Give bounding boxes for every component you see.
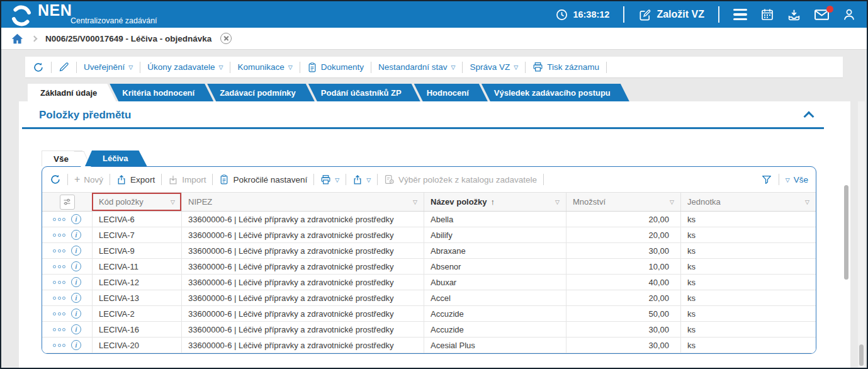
row-menu-icon[interactable] [53, 328, 65, 331]
row-name: Accel [424, 290, 566, 305]
dropdown-arrow-icon: ▽ [451, 65, 456, 71]
printer-icon [320, 174, 331, 185]
tab-hodnoceni[interactable]: Hodnocení [414, 84, 488, 101]
row-info-icon[interactable]: i [71, 293, 81, 303]
row-menu-icon[interactable] [53, 265, 65, 268]
menu-icon[interactable] [733, 9, 747, 20]
export-button[interactable]: Export [116, 174, 155, 185]
create-vz-button[interactable]: Založit VZ [638, 8, 704, 21]
row-menu-icon[interactable] [53, 249, 65, 253]
new-item-button[interactable]: + Nový [74, 174, 103, 184]
chevron-right-icon [31, 35, 38, 42]
close-tab-icon[interactable] [220, 33, 232, 44]
dropdown-arrow-icon[interactable]: ▽ [805, 200, 809, 205]
tab-kriteria-hodnoceni[interactable]: Kritéria hodnocení [110, 84, 213, 101]
row-name: Abella [424, 212, 566, 227]
tab-podani-ucastniku[interactable]: Podání účastníků ZP [308, 84, 420, 101]
print-table-button[interactable]: ▽ [320, 174, 339, 185]
home-icon[interactable] [11, 33, 23, 44]
page-scrollbar[interactable] [858, 101, 865, 368]
table-body: i LECIVA-6 33600000-6 | Léčivé přípravky… [42, 212, 816, 353]
dropdown-arrow-icon: ▽ [335, 178, 339, 183]
row-info-icon[interactable]: i [71, 309, 81, 319]
row-nipez: 33600000-6 | Léčivé přípravky a zdravotn… [181, 338, 424, 353]
dropdown-arrow-icon[interactable]: ▽ [413, 200, 417, 205]
column-header-unit[interactable]: Jednotka ▽ [680, 193, 816, 211]
row-qty: 40,00 [566, 275, 680, 290]
page-scrollbar-thumb[interactable] [859, 344, 864, 366]
share-table-button[interactable]: ▽ [352, 174, 371, 185]
dropdown-arrow-icon[interactable]: ▽ [670, 200, 674, 205]
table-row[interactable]: i LECIVA-16 33600000-6 | Léčivé přípravk… [42, 322, 816, 338]
table-refresh-button[interactable] [50, 174, 61, 185]
row-menu-icon[interactable] [53, 218, 65, 221]
column-header-code[interactable]: Kód položky ▽ [92, 193, 181, 211]
table-scrollbar-thumb[interactable] [844, 185, 848, 280]
main-tabs: Základní údaje Kritéria hodnocení Zadáva… [28, 84, 629, 101]
collapse-section-icon[interactable] [804, 111, 814, 122]
row-info-icon[interactable]: i [71, 246, 81, 256]
table-row[interactable]: i LECIVA-13 33600000-6 | Léčivé přípravk… [42, 290, 816, 306]
row-info-icon[interactable]: i [71, 340, 81, 350]
row-info-icon[interactable]: i [71, 324, 81, 334]
row-menu-icon[interactable] [53, 344, 65, 347]
menu-sprava-vz[interactable]: Správa VZ▽ [470, 62, 518, 72]
row-qty: 10,00 [566, 259, 680, 274]
menu-komunikace[interactable]: Komunikace▽ [237, 62, 292, 72]
row-menu-icon[interactable] [53, 297, 65, 300]
row-code: LECIVA-9 [92, 243, 181, 258]
row-info-icon[interactable]: i [71, 261, 81, 271]
dropdown-arrow-icon[interactable]: ▽ [171, 200, 175, 205]
header-separator [623, 6, 624, 23]
table-row[interactable]: i LECIVA-9 33600000-6 | Léčivé přípravky… [42, 243, 816, 259]
view-selector[interactable]: ▽ Vše [786, 175, 808, 184]
column-header-qty[interactable]: Množství ▽ [566, 193, 680, 211]
row-unit: ks [680, 290, 816, 305]
menu-nestandardni-stav[interactable]: Nestandardní stav▽ [378, 62, 455, 72]
row-actions: i [42, 275, 92, 290]
dropdown-arrow-icon[interactable]: ▽ [555, 200, 560, 205]
breadcrumb-item[interactable]: N006/25/V00017649 - Léčiva - objednávka [45, 34, 211, 43]
user-icon[interactable] [843, 8, 855, 21]
row-nipez: 33600000-6 | Léčivé přípravky a zdravotn… [181, 227, 424, 242]
refresh-button[interactable] [33, 62, 44, 73]
advanced-settings-button[interactable]: Pokročilé nastavení [219, 174, 307, 185]
tab-zadavaci-podminky[interactable]: Zadávací podmínky [207, 84, 315, 101]
tab-vysledek[interactable]: Výsledek zadávacího postupu [482, 84, 629, 101]
filter-button[interactable] [761, 174, 772, 185]
table-row[interactable]: i LECIVA-11 33600000-6 | Léčivé přípravk… [42, 259, 816, 275]
messages-icon[interactable] [814, 9, 829, 20]
row-info-icon[interactable]: i [71, 277, 81, 287]
calendar-icon[interactable] [761, 8, 774, 21]
print-record-button[interactable]: Tisk záznamu [533, 62, 599, 72]
table-row[interactable]: i LECIVA-7 33600000-6 | Léčivé přípravky… [42, 227, 816, 243]
tab-zakladni-udaje[interactable]: Základní údaje [28, 84, 116, 101]
menu-uverejneni[interactable]: Uveřejnění▽ [84, 62, 133, 72]
column-header-name[interactable]: Název položky ↑ ▽ [424, 193, 566, 211]
menu-dokumenty[interactable]: Dokumenty [307, 62, 364, 73]
table-row[interactable]: i LECIVA-12 33600000-6 | Léčivé přípravk… [42, 275, 816, 290]
inbox-download-icon[interactable] [787, 8, 801, 21]
edit-record-button[interactable] [59, 62, 69, 72]
table-row[interactable]: i LECIVA-20 33600000-6 | Léčivé přípravk… [42, 338, 816, 353]
section-divider [22, 127, 824, 129]
row-menu-icon[interactable] [53, 234, 65, 237]
subtab-leciva[interactable]: Léčiva [85, 150, 147, 166]
column-header-nipez[interactable]: NIPEZ ▽ [181, 193, 424, 211]
row-code: LECIVA-12 [92, 275, 181, 290]
row-info-icon[interactable]: i [71, 214, 81, 224]
row-name: Accuzide [424, 306, 566, 321]
app-window: NEN Centralizované zadávání 16:38:12 Zal… [0, 0, 868, 369]
import-button[interactable]: Import [168, 174, 206, 185]
menu-ukony-zadavatele[interactable]: Úkony zadavatele▽ [147, 62, 223, 72]
subtab-vse[interactable]: Vše [42, 150, 82, 166]
catalog-select-button[interactable]: Výběr položek z katalogu zadavatele [384, 174, 537, 185]
table-header-row: Kód položky ▽ NIPEZ ▽ Název položky ↑ ▽ … [42, 192, 816, 212]
row-menu-icon[interactable] [53, 312, 65, 315]
table-row[interactable]: i LECIVA-2 33600000-6 | Léčivé přípravky… [42, 306, 816, 322]
table-row[interactable]: i LECIVA-6 33600000-6 | Léčivé přípravky… [42, 212, 816, 227]
row-info-icon[interactable]: i [71, 230, 81, 240]
column-settings-icon[interactable] [60, 195, 75, 210]
row-menu-icon[interactable] [53, 281, 65, 284]
plus-icon: + [74, 174, 80, 184]
